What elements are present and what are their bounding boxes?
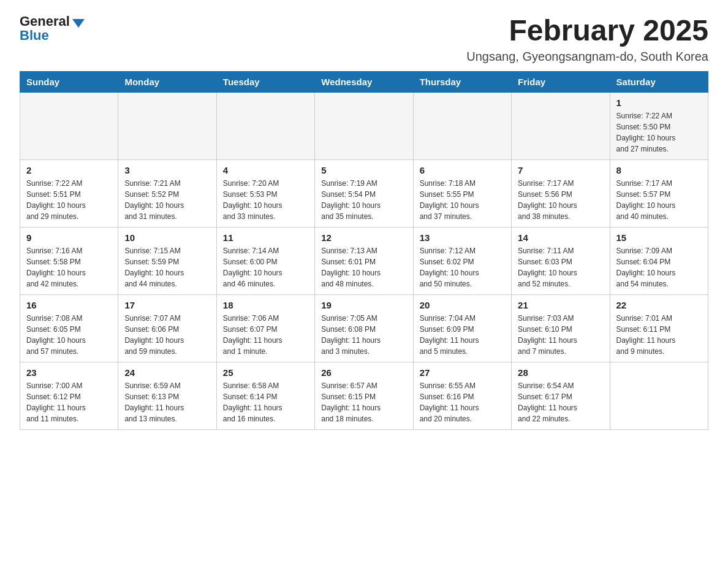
day-info: Sunrise: 7:14 AM Sunset: 6:00 PM Dayligh…	[223, 245, 308, 289]
day-number: 18	[223, 300, 308, 310]
logo: General Blue	[20, 15, 85, 43]
day-info: Sunrise: 7:18 AM Sunset: 5:55 PM Dayligh…	[420, 178, 505, 222]
calendar-week-row: 23Sunrise: 7:00 AM Sunset: 6:12 PM Dayli…	[20, 362, 708, 429]
day-info: Sunrise: 7:07 AM Sunset: 6:06 PM Dayligh…	[124, 313, 210, 357]
day-number: 23	[26, 367, 112, 378]
day-number: 6	[420, 165, 505, 175]
page-title: February 2025	[466, 15, 708, 47]
day-number: 2	[26, 165, 112, 175]
day-number: 25	[223, 367, 308, 378]
header-saturday: Saturday	[610, 71, 708, 92]
day-number: 16	[26, 300, 112, 310]
title-block: February 2025 Ungsang, Gyeongsangnam-do,…	[466, 15, 708, 64]
day-info: Sunrise: 7:11 AM Sunset: 6:03 PM Dayligh…	[518, 245, 603, 289]
header-thursday: Thursday	[413, 71, 511, 92]
day-number: 5	[321, 165, 406, 175]
header-wednesday: Wednesday	[315, 71, 413, 92]
calendar-header-row: Sunday Monday Tuesday Wednesday Thursday…	[20, 71, 708, 92]
table-row: 5Sunrise: 7:19 AM Sunset: 5:54 PM Daylig…	[315, 159, 413, 227]
day-number: 19	[321, 300, 406, 310]
table-row: 25Sunrise: 6:58 AM Sunset: 6:14 PM Dayli…	[216, 362, 314, 429]
header-monday: Monday	[118, 71, 216, 92]
day-info: Sunrise: 7:17 AM Sunset: 5:56 PM Dayligh…	[518, 178, 603, 222]
day-number: 13	[420, 232, 505, 243]
calendar-week-row: 16Sunrise: 7:08 AM Sunset: 6:05 PM Dayli…	[20, 294, 708, 362]
day-number: 12	[321, 232, 406, 243]
day-info: Sunrise: 7:08 AM Sunset: 6:05 PM Dayligh…	[26, 313, 112, 357]
table-row	[20, 92, 118, 159]
table-row: 22Sunrise: 7:01 AM Sunset: 6:11 PM Dayli…	[610, 294, 708, 362]
day-info: Sunrise: 7:00 AM Sunset: 6:12 PM Dayligh…	[26, 380, 112, 424]
logo-triangle-icon	[72, 19, 85, 28]
table-row: 7Sunrise: 7:17 AM Sunset: 5:56 PM Daylig…	[512, 159, 610, 227]
day-info: Sunrise: 7:04 AM Sunset: 6:09 PM Dayligh…	[420, 313, 505, 357]
day-info: Sunrise: 7:06 AM Sunset: 6:07 PM Dayligh…	[223, 313, 308, 357]
day-info: Sunrise: 7:16 AM Sunset: 5:58 PM Dayligh…	[26, 245, 112, 289]
table-row: 11Sunrise: 7:14 AM Sunset: 6:00 PM Dayli…	[216, 227, 314, 294]
day-number: 14	[518, 232, 603, 243]
calendar-table: Sunday Monday Tuesday Wednesday Thursday…	[20, 71, 708, 430]
day-number: 28	[518, 367, 603, 378]
table-row: 19Sunrise: 7:05 AM Sunset: 6:08 PM Dayli…	[315, 294, 413, 362]
day-number: 17	[124, 300, 210, 310]
day-number: 15	[616, 232, 702, 243]
day-info: Sunrise: 7:03 AM Sunset: 6:10 PM Dayligh…	[518, 313, 603, 357]
table-row: 6Sunrise: 7:18 AM Sunset: 5:55 PM Daylig…	[413, 159, 511, 227]
table-row	[118, 92, 216, 159]
table-row: 27Sunrise: 6:55 AM Sunset: 6:16 PM Dayli…	[413, 362, 511, 429]
day-info: Sunrise: 6:57 AM Sunset: 6:15 PM Dayligh…	[321, 380, 406, 424]
table-row: 13Sunrise: 7:12 AM Sunset: 6:02 PM Dayli…	[413, 227, 511, 294]
day-info: Sunrise: 6:55 AM Sunset: 6:16 PM Dayligh…	[420, 380, 505, 424]
table-row	[216, 92, 314, 159]
calendar-week-row: 1Sunrise: 7:22 AM Sunset: 5:50 PM Daylig…	[20, 92, 708, 159]
day-number: 26	[321, 367, 406, 378]
day-info: Sunrise: 6:59 AM Sunset: 6:13 PM Dayligh…	[124, 380, 210, 424]
table-row: 15Sunrise: 7:09 AM Sunset: 6:04 PM Dayli…	[610, 227, 708, 294]
table-row: 28Sunrise: 6:54 AM Sunset: 6:17 PM Dayli…	[512, 362, 610, 429]
table-row: 14Sunrise: 7:11 AM Sunset: 6:03 PM Dayli…	[512, 227, 610, 294]
day-info: Sunrise: 7:13 AM Sunset: 6:01 PM Dayligh…	[321, 245, 406, 289]
calendar-week-row: 9Sunrise: 7:16 AM Sunset: 5:58 PM Daylig…	[20, 227, 708, 294]
logo-general: General	[20, 15, 85, 28]
header-tuesday: Tuesday	[216, 71, 314, 92]
logo-blue-text: Blue	[20, 28, 49, 43]
day-info: Sunrise: 7:15 AM Sunset: 5:59 PM Dayligh…	[124, 245, 210, 289]
page-header: General Blue February 2025 Ungsang, Gyeo…	[20, 15, 708, 64]
day-number: 7	[518, 165, 603, 175]
day-number: 4	[223, 165, 308, 175]
logo-general-text: General	[20, 15, 70, 28]
day-number: 20	[420, 300, 505, 310]
table-row: 18Sunrise: 7:06 AM Sunset: 6:07 PM Dayli…	[216, 294, 314, 362]
day-info: Sunrise: 7:22 AM Sunset: 5:51 PM Dayligh…	[26, 178, 112, 222]
day-number: 11	[223, 232, 308, 243]
day-info: Sunrise: 7:20 AM Sunset: 5:53 PM Dayligh…	[223, 178, 308, 222]
table-row	[413, 92, 511, 159]
table-row: 21Sunrise: 7:03 AM Sunset: 6:10 PM Dayli…	[512, 294, 610, 362]
day-number: 9	[26, 232, 112, 243]
day-info: Sunrise: 7:17 AM Sunset: 5:57 PM Dayligh…	[616, 178, 702, 222]
day-number: 1	[616, 98, 702, 108]
day-number: 3	[124, 165, 210, 175]
day-info: Sunrise: 6:58 AM Sunset: 6:14 PM Dayligh…	[223, 380, 308, 424]
day-info: Sunrise: 7:05 AM Sunset: 6:08 PM Dayligh…	[321, 313, 406, 357]
table-row: 20Sunrise: 7:04 AM Sunset: 6:09 PM Dayli…	[413, 294, 511, 362]
table-row: 9Sunrise: 7:16 AM Sunset: 5:58 PM Daylig…	[20, 227, 118, 294]
table-row: 3Sunrise: 7:21 AM Sunset: 5:52 PM Daylig…	[118, 159, 216, 227]
table-row: 17Sunrise: 7:07 AM Sunset: 6:06 PM Dayli…	[118, 294, 216, 362]
day-number: 10	[124, 232, 210, 243]
table-row	[315, 92, 413, 159]
table-row	[610, 362, 708, 429]
day-info: Sunrise: 7:12 AM Sunset: 6:02 PM Dayligh…	[420, 245, 505, 289]
table-row: 23Sunrise: 7:00 AM Sunset: 6:12 PM Dayli…	[20, 362, 118, 429]
day-info: Sunrise: 7:09 AM Sunset: 6:04 PM Dayligh…	[616, 245, 702, 289]
day-number: 24	[124, 367, 210, 378]
table-row: 8Sunrise: 7:17 AM Sunset: 5:57 PM Daylig…	[610, 159, 708, 227]
calendar-week-row: 2Sunrise: 7:22 AM Sunset: 5:51 PM Daylig…	[20, 159, 708, 227]
day-info: Sunrise: 7:22 AM Sunset: 5:50 PM Dayligh…	[616, 110, 702, 155]
day-number: 27	[420, 367, 505, 378]
table-row: 1Sunrise: 7:22 AM Sunset: 5:50 PM Daylig…	[610, 92, 708, 159]
table-row: 24Sunrise: 6:59 AM Sunset: 6:13 PM Dayli…	[118, 362, 216, 429]
header-friday: Friday	[512, 71, 610, 92]
table-row: 4Sunrise: 7:20 AM Sunset: 5:53 PM Daylig…	[216, 159, 314, 227]
day-info: Sunrise: 7:21 AM Sunset: 5:52 PM Dayligh…	[124, 178, 210, 222]
